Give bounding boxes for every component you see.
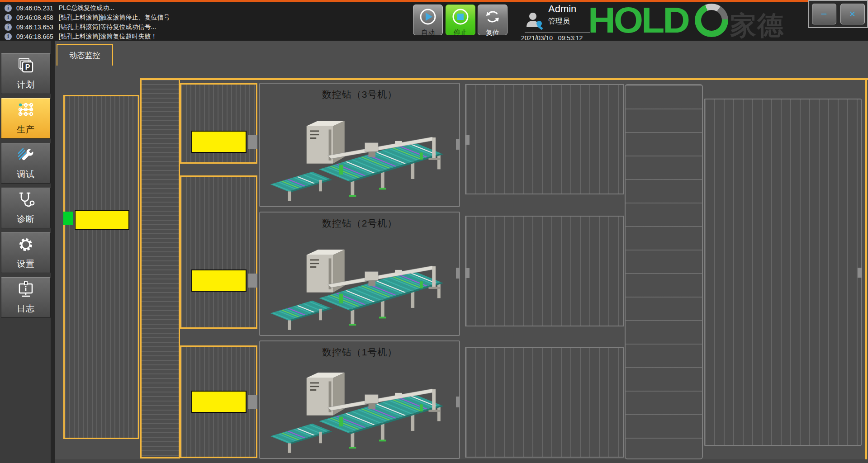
page-bottom-strip bbox=[55, 459, 868, 463]
log-row: i09:46:05.231PLC总线复位成功... bbox=[5, 3, 412, 13]
log-row: i09:46:08.458[钻孔上料滚筒]触发滚筒停止、复位信号 bbox=[5, 13, 412, 22]
user-name: Admin bbox=[548, 3, 576, 15]
machine-title: 数控钻（3号机） bbox=[260, 88, 459, 101]
user-block: Admin 管理员 2021/03/10 09:53:12 bbox=[520, 2, 593, 40]
machine-panel-drill-3: 数控钻（3号机） bbox=[259, 83, 460, 207]
sidebar-item-label: 调试 bbox=[17, 169, 35, 180]
conveyor-outfeed-3 bbox=[465, 84, 624, 194]
sensor-green-block bbox=[63, 212, 73, 225]
transfer-tab bbox=[248, 274, 257, 288]
auto-mode-button[interactable]: 自动 bbox=[413, 5, 443, 35]
reset-icon bbox=[484, 8, 502, 28]
log-message: [钻孔上料滚筒]滚筒复位超时失败！ bbox=[59, 33, 157, 41]
transfer-tab bbox=[465, 268, 470, 278]
log-timestamp: 09:46:08.458 bbox=[16, 14, 53, 21]
stop-button[interactable]: 停止 bbox=[446, 5, 475, 35]
conveyor-infeed-3 bbox=[180, 83, 257, 164]
board-block bbox=[191, 269, 247, 292]
line-area-top-border bbox=[140, 78, 868, 80]
log-message: PLC总线复位成功... bbox=[59, 4, 114, 12]
log-row: i09:46:18.665[钻孔上料滚筒]滚筒复位超时失败！ bbox=[5, 32, 412, 41]
conveyor-outfeed-1 bbox=[465, 347, 624, 458]
conveyor-infeed-1 bbox=[180, 345, 257, 458]
diagnose-icon bbox=[16, 191, 36, 211]
sidebar-item-label: 诊断 bbox=[17, 213, 35, 225]
reset-button[interactable]: 复位 bbox=[478, 5, 508, 35]
log-timestamp: 09:46:18.665 bbox=[16, 33, 53, 40]
log-timestamp: 09:46:13.653 bbox=[16, 24, 53, 31]
user-divider bbox=[525, 32, 590, 33]
info-icon: i bbox=[5, 33, 12, 40]
conveyor-main-line bbox=[140, 78, 180, 458]
sidebar-separator bbox=[51, 41, 55, 463]
stop-button-label: 停止 bbox=[454, 28, 467, 37]
machine-panel-drill-1: 数控钻（1号机） bbox=[259, 340, 460, 459]
conveyor-outfeed-2 bbox=[465, 216, 624, 326]
line-area-right-border bbox=[865, 78, 867, 463]
user-role: 管理员 bbox=[548, 17, 570, 26]
reset-button-label: 复位 bbox=[486, 28, 499, 37]
machine-title: 数控钻（1号机） bbox=[260, 346, 459, 359]
machine-3d-image bbox=[262, 364, 457, 456]
top-bar: i09:46:05.231PLC总线复位成功...i09:46:08.458[钻… bbox=[0, 0, 868, 41]
user-key-icon bbox=[526, 12, 545, 33]
log-area: i09:46:05.231PLC总线复位成功...i09:46:08.458[钻… bbox=[5, 3, 412, 41]
sidebar-item-production[interactable]: 生产 bbox=[1, 98, 51, 139]
transfer-tab bbox=[248, 395, 257, 409]
svg-text:P: P bbox=[25, 63, 30, 71]
sidebar-item-label: 日志 bbox=[17, 303, 35, 315]
production-icon bbox=[16, 101, 36, 121]
plan-icon: P bbox=[16, 57, 35, 76]
sidebar-nav: P 计划 生产 调试 诊断 bbox=[0, 41, 51, 463]
log-message: [钻孔上料滚筒]触发滚筒停止、复位信号 bbox=[59, 14, 170, 22]
info-icon: i bbox=[5, 5, 12, 12]
hmi-window: i09:46:05.231PLC总线复位成功...i09:46:08.458[钻… bbox=[0, 0, 868, 463]
sidebar-item-diagnose[interactable]: 诊断 bbox=[1, 188, 51, 228]
sorting-rack-column bbox=[625, 84, 703, 459]
board-block bbox=[191, 391, 247, 413]
transfer-tab bbox=[465, 135, 470, 145]
machine-title: 数控钻（2号机） bbox=[260, 217, 459, 230]
sidebar-item-debug[interactable]: 调试 bbox=[1, 143, 51, 184]
log-icon bbox=[16, 280, 36, 300]
minimize-button[interactable]: − bbox=[812, 4, 836, 24]
window-controls: − × bbox=[808, 0, 868, 28]
stacking-area-panel bbox=[704, 99, 862, 446]
conveyor-left-buffer bbox=[63, 95, 139, 439]
machine-3d-image bbox=[262, 241, 457, 333]
settings-icon bbox=[16, 236, 35, 255]
sidebar-item-label: 设置 bbox=[17, 258, 35, 270]
stop-icon bbox=[451, 8, 470, 28]
sidebar-item-label: 生产 bbox=[17, 124, 35, 136]
play-icon bbox=[419, 8, 437, 28]
log-message: [钻孔上料滚筒]等待复位成功信号... bbox=[59, 23, 156, 31]
sidebar-item-plan[interactable]: P 计划 bbox=[1, 53, 51, 94]
info-icon: i bbox=[5, 14, 12, 21]
machine-panel-drill-2: 数控钻（2号机） bbox=[259, 212, 460, 336]
conveyor-infeed-2 bbox=[180, 175, 257, 329]
info-icon: i bbox=[5, 24, 12, 31]
logo-chinese-text: 家德 bbox=[730, 8, 784, 40]
auto-button-label: 自动 bbox=[421, 28, 435, 37]
close-button[interactable]: × bbox=[840, 4, 865, 24]
machine-3d-image bbox=[262, 112, 457, 204]
debug-icon bbox=[16, 146, 36, 166]
sidebar-item-label: 计划 bbox=[17, 79, 35, 91]
transfer-tab bbox=[858, 268, 862, 278]
logo-text: HOLD bbox=[588, 1, 688, 40]
dynamic-monitor-page: 数控钻（3号机） bbox=[55, 41, 868, 463]
tab-dynamic-monitor[interactable]: 动态监控 bbox=[57, 44, 113, 66]
sidebar-item-settings[interactable]: 设置 bbox=[1, 232, 51, 273]
board-block bbox=[75, 210, 129, 230]
log-timestamp: 09:46:05.231 bbox=[16, 5, 53, 12]
sidebar-item-log[interactable]: 日志 bbox=[1, 277, 51, 318]
log-row: i09:46:13.653[钻孔上料滚筒]等待复位成功信号... bbox=[5, 22, 412, 32]
logo-ring-icon bbox=[695, 4, 728, 37]
board-block bbox=[191, 131, 247, 153]
transfer-tab bbox=[248, 135, 257, 149]
brand-logo: HOLD 家德 bbox=[586, 1, 808, 40]
